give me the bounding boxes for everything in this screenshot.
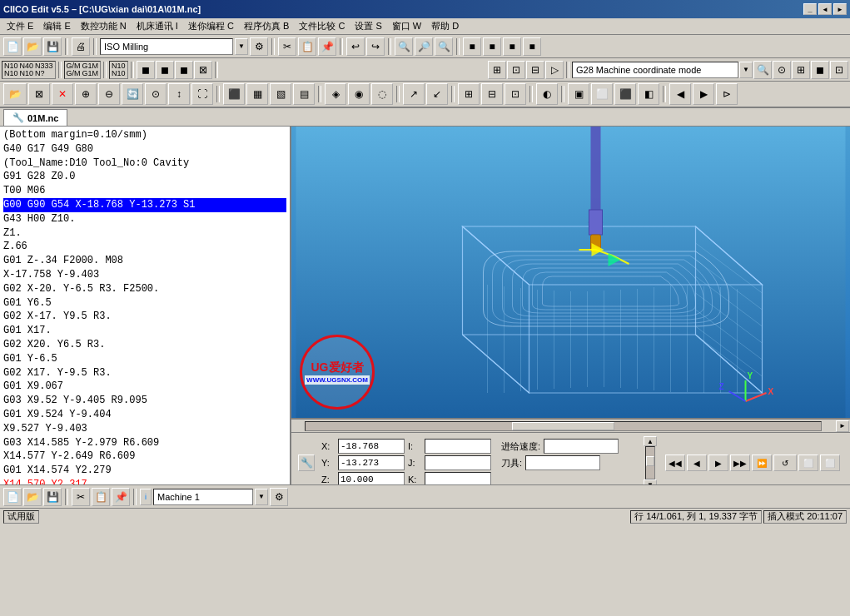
code-line[interactable]: G01 X14.574 Y2.279 (3, 464, 286, 478)
menu-help[interactable]: 帮助 D (426, 18, 464, 34)
sim-btn4[interactable]: ◼ (811, 61, 829, 79)
open-button[interactable]: 📂 (23, 37, 42, 56)
t3-btn9[interactable]: ⛶ (191, 83, 213, 105)
menu-nc[interactable]: 数控功能 N (76, 18, 132, 34)
x-input[interactable] (338, 439, 405, 454)
play-play[interactable]: ▶ (708, 455, 728, 471)
t3-btn16[interactable]: ◌ (371, 83, 393, 105)
i-input[interactable] (425, 439, 491, 454)
t3-btn29[interactable]: ⊳ (716, 83, 738, 105)
sim-tool3[interactable]: ⊟ (526, 61, 544, 79)
sim-dropdown[interactable]: G28 Machine coordinate mode (572, 62, 738, 78)
code-line[interactable]: X9.527 Y-9.403 (3, 422, 286, 436)
z-input[interactable] (338, 472, 405, 484)
code-content[interactable]: (Bottom margin=0.10/smm)G40 G17 G49 G80(… (0, 127, 290, 484)
minimize-button[interactable]: _ (803, 3, 817, 15)
sim-btn3[interactable]: ⊞ (792, 61, 810, 79)
menu-window[interactable]: 窗口 W (387, 18, 426, 34)
sim-btn5[interactable]: ⊡ (830, 61, 848, 79)
tab-nav-right[interactable]: ► (833, 3, 847, 15)
play-fast[interactable]: ⏩ (752, 455, 772, 471)
menu-compare[interactable]: 文件比较 C (294, 18, 350, 34)
code-line[interactable]: G01 Y-6.5 (3, 352, 286, 366)
t3-btn8[interactable]: ↕ (168, 83, 190, 105)
vscroll-down[interactable]: ▼ (644, 479, 657, 484)
bt-btn2[interactable]: 📂 (23, 488, 42, 506)
t3-btn18[interactable]: ↙ (426, 83, 448, 105)
speed-input[interactable] (544, 439, 619, 454)
play-prev[interactable]: ◀ (687, 455, 707, 471)
replace-button[interactable]: 🔎 (415, 37, 433, 56)
bt-btn3[interactable]: 💾 (43, 488, 62, 506)
t3-btn14[interactable]: ◈ (325, 83, 346, 105)
post-processor-dropdown[interactable]: ISO Milling (100, 38, 233, 55)
new-button[interactable]: 📄 (3, 37, 22, 56)
code-line[interactable]: Z1. (3, 226, 286, 241)
t3-btn22[interactable]: ◐ (536, 83, 558, 105)
h-scrollbar[interactable]: ► (291, 420, 850, 433)
code-line[interactable]: T00 M06 (3, 184, 286, 198)
machine-settings[interactable]: ⚙ (270, 488, 288, 506)
paste-button[interactable]: 📌 (318, 37, 336, 56)
nc-tool1[interactable]: ◼ (137, 61, 155, 79)
t3-btn21[interactable]: ⊡ (505, 83, 526, 105)
find-button[interactable]: 🔍 (395, 37, 413, 56)
t3-btn13[interactable]: ▤ (293, 83, 315, 105)
tool1-button[interactable]: ■ (463, 37, 481, 56)
t3-btn27[interactable]: ◀ (669, 83, 691, 105)
sim-tool2[interactable]: ⊡ (507, 61, 525, 79)
tool4-button[interactable]: ■ (523, 37, 541, 56)
tool-input[interactable] (525, 455, 600, 470)
menu-file[interactable]: 文件 E (2, 18, 38, 34)
code-line[interactable]: G01 Z-.34 F2000. M08 (3, 254, 286, 268)
code-line[interactable]: G03 X9.52 Y-9.405 R9.095 (3, 394, 286, 408)
bt-btn4[interactable]: ✂ (72, 488, 90, 506)
code-line[interactable]: G40 G17 G49 G80 (3, 142, 286, 156)
tool3-button[interactable]: ■ (503, 37, 521, 56)
sim-dropdown-arrow[interactable]: ▼ (739, 62, 753, 78)
print-button[interactable]: 🖨 (72, 37, 90, 56)
nc-tool4[interactable]: ⊠ (194, 61, 212, 79)
sim-btn2[interactable]: ⊙ (773, 61, 791, 79)
code-line[interactable]: G02 X-17. Y9.5 R3. (3, 310, 286, 324)
menu-comm[interactable]: 机床通讯 I (132, 18, 183, 34)
t3-btn25[interactable]: ⬛ (614, 83, 636, 105)
y-input[interactable] (338, 455, 405, 470)
machine-dropdown[interactable]: Machine 1 (153, 489, 253, 505)
sim-search[interactable]: 🔍 (753, 61, 772, 79)
t3-btn2[interactable]: ⊠ (28, 83, 50, 105)
t3-btn3[interactable]: ✕ (52, 83, 73, 105)
t3-btn5[interactable]: ⊖ (98, 83, 120, 105)
tool2-button[interactable]: ■ (483, 37, 501, 56)
play-rewind[interactable]: ◀◀ (665, 455, 685, 471)
t3-btn6[interactable]: 🔄 (122, 83, 143, 105)
play-extra2[interactable]: ⬜ (798, 455, 818, 471)
sim-tool1[interactable]: ⊞ (488, 61, 506, 79)
nc-tool2[interactable]: ◼ (156, 61, 174, 79)
cut-button[interactable]: ✂ (278, 37, 296, 56)
code-line[interactable]: G01 X9.524 Y-9.404 (3, 408, 286, 422)
t3-btn4[interactable]: ⊕ (75, 83, 97, 105)
dropdown-btn[interactable]: ⚙ (250, 37, 268, 56)
t3-btn7[interactable]: ⊙ (145, 83, 167, 105)
play-extra1[interactable]: ↺ (773, 455, 797, 471)
undo-button[interactable]: ↩ (346, 37, 365, 56)
k-input[interactable] (425, 472, 491, 484)
find2-button[interactable]: 🔍 (435, 37, 453, 56)
t3-btn10[interactable]: ⬛ (223, 83, 245, 105)
bt-btn6[interactable]: 📌 (112, 488, 130, 506)
t3-btn17[interactable]: ↗ (403, 83, 425, 105)
code-line[interactable]: G91 G28 Z0.0 (3, 170, 286, 184)
3d-view-panel[interactable]: X Y Z ► 🔧 X: (291, 127, 850, 484)
code-line[interactable]: G43 H00 Z10. (3, 212, 286, 226)
play-extra3[interactable]: ⬜ (820, 455, 840, 471)
bt-btn5[interactable]: 📋 (92, 488, 110, 506)
bt-btn1[interactable]: 📄 (3, 488, 22, 506)
t3-btn15[interactable]: ◉ (348, 83, 370, 105)
code-line[interactable]: Z.66 (3, 240, 286, 254)
t3-btn24[interactable]: ⬜ (591, 83, 613, 105)
t3-btn26[interactable]: ◧ (638, 83, 659, 105)
code-line[interactable]: (Bottom margin=0.10/smm) (3, 128, 286, 142)
code-editor[interactable]: (Bottom margin=0.10/smm)G40 G17 G49 G80(… (0, 127, 290, 484)
scroll-right[interactable]: ► (836, 420, 849, 432)
